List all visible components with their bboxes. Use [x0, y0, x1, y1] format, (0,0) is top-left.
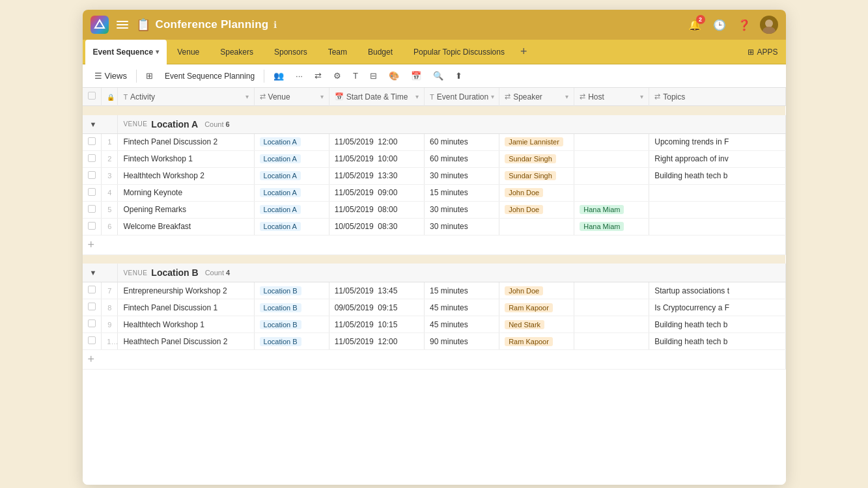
row-activity[interactable]: Morning Keynote [118, 184, 254, 201]
row-checkbox[interactable] [88, 205, 96, 213]
active-view-button[interactable]: Event Sequence Planning [161, 70, 259, 83]
row-checkbox-cell[interactable] [83, 150, 102, 167]
share-button[interactable]: ⬆ [451, 69, 466, 83]
row-host[interactable]: Hana Miam [574, 201, 649, 218]
row-checkbox[interactable] [88, 154, 96, 162]
row-venue[interactable]: Location A [254, 218, 329, 235]
tab-team[interactable]: Team [318, 40, 357, 64]
row-activity[interactable]: Healthtech Workshop 1 [118, 316, 254, 333]
select-all-checkbox[interactable] [88, 92, 96, 100]
table-row[interactable]: 3 Healthtech Workshop 2 Location A 11/05… [83, 167, 786, 184]
row-activity[interactable]: Welcome Breakfast [118, 218, 254, 235]
group-expand-button[interactable]: ▼ [88, 120, 99, 129]
venue-sort-icon[interactable]: ▾ [320, 93, 324, 100]
row-venue[interactable]: Location B [254, 282, 329, 299]
row-checkbox[interactable] [88, 319, 96, 327]
row-host[interactable] [574, 150, 649, 167]
row-speaker[interactable]: John Doe [499, 201, 574, 218]
row-speaker[interactable]: Ram Kapoor [499, 333, 574, 350]
tab-budget[interactable]: Budget [357, 40, 403, 64]
row-checkbox-cell[interactable] [83, 184, 102, 201]
row-checkbox[interactable] [88, 336, 96, 344]
row-host[interactable] [574, 299, 649, 316]
row-speaker[interactable]: John Doe [499, 282, 574, 299]
notifications-button[interactable]: 🔔 2 [686, 16, 704, 34]
row-venue[interactable]: Location B [254, 316, 329, 333]
row-venue[interactable]: Location A [254, 167, 329, 184]
tab-popular-topic[interactable]: Popular Topic Discussions [403, 40, 515, 64]
views-button[interactable]: ☰ Views [91, 69, 131, 83]
row-host[interactable] [574, 184, 649, 201]
group-expand-button[interactable]: ▼ [88, 268, 99, 277]
row-checkbox-cell[interactable] [83, 201, 102, 218]
tab-event-sequence[interactable]: Event Sequence ▾ [85, 40, 167, 64]
add-row-cell[interactable]: + [83, 235, 786, 254]
col-datetime-header[interactable]: 📅 Start Date & Time ▾ [329, 88, 424, 106]
tab-venue[interactable]: Venue [167, 40, 210, 64]
speaker-sort-icon[interactable]: ▾ [565, 93, 568, 100]
row-venue[interactable]: Location A [254, 184, 329, 201]
row-activity[interactable]: Fintech Panel Discussion 1 [118, 299, 254, 316]
host-sort-icon[interactable]: ▾ [640, 93, 643, 100]
col-duration-header[interactable]: T Event Duration ▾ [425, 88, 499, 106]
row-venue[interactable]: Location A [254, 201, 329, 218]
row-activity[interactable]: Opening Remarks [118, 201, 254, 218]
row-checkbox[interactable] [88, 286, 96, 293]
table-row[interactable]: 5 Opening Remarks Location A 11/05/2019 … [83, 201, 786, 218]
team-icon-button[interactable]: 👥 [270, 69, 288, 83]
add-tab-button[interactable]: + [515, 40, 533, 64]
text-button[interactable]: T [349, 69, 362, 83]
row-speaker[interactable]: Sundar Singh [499, 167, 574, 184]
add-row[interactable]: + [83, 235, 786, 254]
hamburger-button[interactable] [114, 18, 131, 31]
row-activity[interactable]: Heathtech Panel Discussion 2 [118, 333, 254, 350]
table-row[interactable]: 7 Entrepreneurship Workshop 2 Location B… [83, 282, 786, 299]
info-icon[interactable]: ℹ [273, 20, 277, 30]
row-speaker[interactable]: Sundar Singh [499, 150, 574, 167]
row-speaker[interactable]: Ned Stark [499, 316, 574, 333]
row-activity[interactable]: Entrepreneurship Workshop 2 [118, 282, 254, 299]
search-button[interactable]: 🔍 [429, 69, 447, 83]
col-speaker-header[interactable]: ⇄ Speaker ▾ [499, 88, 574, 106]
row-host[interactable] [574, 133, 649, 150]
row-venue[interactable]: Location A [254, 133, 329, 150]
table-container[interactable]: 🔒 T Activity ▾ ⇄ Venue [83, 88, 786, 485]
row-speaker[interactable] [499, 218, 574, 235]
col-topics-header[interactable]: ⇄ Topics [649, 88, 785, 106]
row-host[interactable] [574, 316, 649, 333]
row-host[interactable] [574, 282, 649, 299]
row-speaker[interactable]: Ram Kapoor [499, 299, 574, 316]
row-checkbox[interactable] [88, 222, 96, 230]
add-row[interactable]: + [83, 350, 786, 370]
row-speaker[interactable]: Jamie Lannister [499, 133, 574, 150]
row-host[interactable] [574, 333, 649, 350]
row-checkbox-cell[interactable] [83, 133, 102, 150]
row-activity[interactable]: Fintech Workshop 1 [118, 150, 254, 167]
row-checkbox[interactable] [88, 188, 96, 196]
col-venue-header[interactable]: ⇄ Venue ▾ [254, 88, 329, 106]
row-activity[interactable]: Fintech Panel Discussion 2 [118, 133, 254, 150]
table-row[interactable]: 1 Fintech Panel Discussion 2 Location A … [83, 133, 786, 150]
apps-button[interactable]: ⊞ APPS [740, 40, 785, 64]
table-row[interactable]: 6 Welcome Breakfast Location A 10/05/201… [83, 218, 786, 235]
table-row[interactable]: 8 Fintech Panel Discussion 1 Location B … [83, 299, 786, 316]
duration-sort-icon[interactable]: ▾ [491, 93, 494, 100]
grid-view-button[interactable]: ⊞ [142, 69, 157, 83]
avatar[interactable] [760, 16, 778, 34]
more-options-button[interactable]: ··· [292, 69, 307, 83]
add-row-cell[interactable]: + [83, 350, 786, 370]
filter-button[interactable]: ⚙ [329, 69, 345, 83]
row-host[interactable] [574, 167, 649, 184]
tab-speakers[interactable]: Speakers [210, 40, 264, 64]
table-row[interactable]: 4 Morning Keynote Location A 11/05/2019 … [83, 184, 786, 201]
table-row[interactable]: 10 Heathtech Panel Discussion 2 Location… [83, 333, 786, 350]
activity-sort-icon[interactable]: ▾ [245, 93, 249, 100]
row-checkbox-cell[interactable] [83, 218, 102, 235]
row-venue[interactable]: Location A [254, 150, 329, 167]
row-host[interactable]: Hana Miam [574, 218, 649, 235]
column-button[interactable]: ⊟ [366, 69, 381, 83]
row-checkbox[interactable] [88, 171, 96, 179]
history-button[interactable]: 🕒 [710, 16, 729, 34]
calendar-button[interactable]: 📅 [407, 69, 425, 83]
col-activity-header[interactable]: T Activity ▾ [118, 88, 254, 106]
